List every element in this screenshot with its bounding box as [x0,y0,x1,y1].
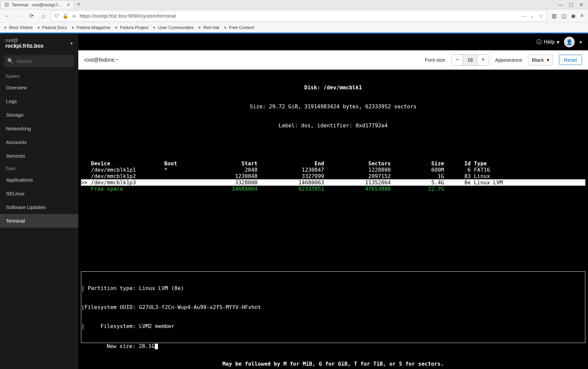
terminal-cursor [155,344,158,349]
sidebar-item-terminal[interactable]: Terminal [0,214,78,228]
font-size-stepper: − 16 + [451,54,489,66]
sidebar-item-services[interactable]: Services [0,149,78,163]
bookmark-folder-icon: ✦ [223,25,227,30]
bookmark-item[interactable]: ✦Fedora Docs [37,25,67,30]
main-panel: ⓘ Help ▾ 👤 ▾ root@fedora:~ Font size − 1… [78,34,588,369]
bookmark-item[interactable]: ✦Red Hat [198,25,219,30]
pocket-icon[interactable]: ⌄ [529,13,535,19]
avatar[interactable]: 👤 [564,37,575,47]
font-size-increase-button[interactable]: + [477,55,489,65]
font-size-value: 16 [463,55,477,65]
bookmark-label: Red Hat [203,25,219,30]
window-maximize-icon[interactable]: ▢ [569,2,573,7]
table-row[interactable]: /dev/mmcblk1p21230848332799920971521G83 … [81,173,585,179]
lock-warning-icon[interactable]: 🔒 [62,13,68,19]
table-row[interactable]: /dev/mmcblk1p1*204812308471228800600M6 F… [81,167,585,173]
sidebar-item-storage[interactable]: Storage [0,108,78,122]
table-row[interactable]: >> /dev/mmcblk1p333280001468006311352064… [81,179,585,186]
search-icon: 🔍 [7,58,14,64]
bookmark-item[interactable]: ✦Most Visited [3,25,33,30]
menu-icon[interactable]: ≡ [580,13,583,19]
help-label: Help [544,39,555,45]
new-size-prompt[interactable]: New size: 28.1G [81,337,158,356]
sidebar-search[interactable]: 🔍 [4,55,74,67]
partition-infobox: | Partition type: Linux LVM (8e) |Filesy… [81,271,585,343]
sidebar-item-selinux[interactable]: SELinux [0,187,78,200]
disk-header: Disk: /dev/mmcblk1 [81,84,585,91]
font-size-decrease-button[interactable]: − [451,55,463,65]
bookmark-item[interactable]: ✦Fedora Project [114,25,148,30]
chevron-down-icon: ▾ [70,40,73,46]
tab-close-icon[interactable]: ✕ [67,2,70,7]
page-actions-icon[interactable]: ⋯ [521,13,527,19]
browser-tab-strip: Terminal - root@rockpi.f… ✕ + — ▢ ✕ [0,0,588,9]
bookmark-star-icon[interactable]: ☆ [538,13,544,19]
back-button[interactable]: ← [3,11,12,21]
new-tab-button[interactable]: + [74,1,83,8]
sidebar-item-accounts[interactable]: Accounts [0,135,78,149]
url-text: https://rockpi.fritz.box:9090/system/ter… [80,13,176,19]
disk-size-line: Size: 29.72 GiB, 31914983424 bytes, 6233… [81,103,585,110]
sidebar-host: rockpi.fritz.box [5,43,44,49]
bookmark-folder-icon: ✦ [198,25,202,30]
sidebar-item-overview[interactable]: Overview [0,81,78,94]
bookmark-label: User Communities [158,25,194,30]
sidebar-section-system: System [0,70,78,81]
bookmark-label: Free Content [229,25,254,30]
user-icon: 👤 [566,39,573,45]
terminal-output[interactable]: Disk: /dev/mmcblk1 Size: 29.72 GiB, 3191… [78,70,588,369]
reload-button[interactable]: ⟳ [27,11,36,21]
bookmark-folder-icon: ✦ [114,25,118,30]
bookmark-label: Most Visited [9,25,33,30]
size-hint: May be followed by M for MiB, G for GiB,… [78,361,588,367]
bookmark-item[interactable]: ✦Free Content [223,25,254,30]
sidebar-section-tools: Tools [0,163,78,173]
account-icon[interactable]: ◉ [571,13,576,19]
bookmark-item[interactable]: ✦Fedora Magazine [71,25,110,30]
sidebar-item-logs[interactable]: Logs [0,94,78,108]
disk-label-line: Label: dos, identifier: 0xd17792e4 [81,122,585,129]
app-header: ⓘ Help ▾ 👤 ▾ [78,34,588,50]
sidebar-item-applications[interactable]: Applications [0,173,78,187]
window-controls: — ▢ ✕ [558,2,588,7]
help-icon: ⓘ [536,39,542,46]
chevron-down-icon[interactable]: ▾ [579,39,582,45]
search-input[interactable] [16,58,80,64]
bookmark-label: Fedora Magazine [77,25,110,30]
appearance-value: Black [532,57,544,63]
table-row-free-space[interactable]: Free space14680064623339514765388822.7G [81,186,585,192]
chevron-down-icon: ▾ [557,39,559,45]
bookmark-folder-icon: ✦ [3,25,7,30]
bookmark-folder-icon: ✦ [71,25,75,30]
permissions-icon[interactable]: ∞ [71,13,77,19]
host-switcher[interactable]: root@ rockpi.fritz.box ▾ [0,34,78,53]
bookmark-folder-icon: ✦ [37,25,41,30]
home-button[interactable]: ⌂ [39,11,48,21]
sidebar-toggle-icon[interactable]: ◫ [561,13,566,19]
sidebar-item-networking[interactable]: Networking [0,122,78,135]
url-bar[interactable]: 🛡 🔒 ∞ https://rockpi.fritz.box:9090/syst… [51,11,547,21]
forward-button[interactable]: → [15,11,24,21]
sidebar-user: root@ [5,38,44,43]
terminal-prompt-crumb: root@fedora:~ [84,57,419,63]
sidebar: root@ rockpi.fritz.box ▾ 🔍 System Overvi… [0,34,78,369]
appearance-select[interactable]: Black ▾ [528,55,553,65]
chevron-down-icon: ▾ [547,57,549,63]
table-header-row: DeviceBootStartEndSectorsSizeId Type [81,160,585,167]
browser-tab[interactable]: Terminal - root@rockpi.f… ✕ [1,0,74,9]
sidebar-item-software-updates[interactable]: Software Updates [0,200,78,214]
bookmark-folder-icon: ✦ [152,25,156,30]
tab-favicon [4,2,9,7]
bookmark-label: Fedora Docs [42,25,67,30]
font-size-label: Font size [425,57,445,63]
appearance-label: Appearance [495,57,522,63]
shield-icon[interactable]: 🛡 [54,13,60,19]
tab-title: Terminal - root@rockpi.f… [12,2,62,7]
bookmark-item[interactable]: ✦User Communities [152,25,194,30]
library-icon[interactable]: ▥ [552,13,557,19]
reset-button[interactable]: Reset [559,55,582,65]
terminal-toolbar: root@fedora:~ Font size − 16 + Appearanc… [78,50,588,70]
window-minimize-icon[interactable]: — [558,2,563,7]
help-menu[interactable]: ⓘ Help ▾ [536,39,559,46]
window-close-icon[interactable]: ✕ [579,2,583,7]
